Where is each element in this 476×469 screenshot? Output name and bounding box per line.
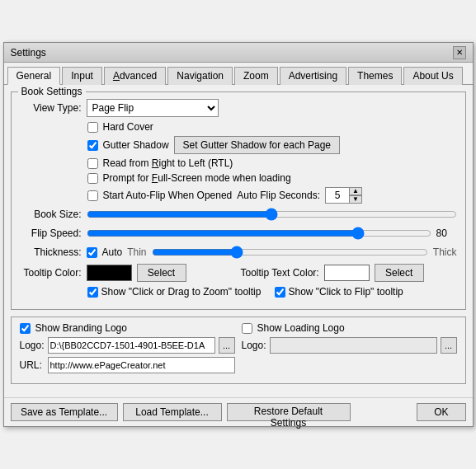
- zoom-tooltip-label: Show "Click or Drag to Zoom" tooltip: [101, 286, 262, 298]
- flip-speed-value: 80: [436, 227, 457, 239]
- tab-bar: General Input Advanced Navigation Zoom A…: [4, 63, 473, 85]
- book-size-slider[interactable]: [87, 207, 457, 222]
- show-branding-row: Show Branding Logo: [20, 322, 235, 334]
- restore-defaults-button[interactable]: Restore Default Settings: [227, 403, 351, 421]
- color-row: Tooltip Color: Select Tooltip Text Color…: [20, 264, 457, 282]
- thickness-row: Thickness: Auto Thin Thick: [20, 245, 457, 260]
- show-branding-label: Show Branding Logo: [35, 322, 127, 334]
- flip-speed-slider[interactable]: [87, 226, 431, 241]
- spinbox-down-button[interactable]: ▼: [349, 195, 362, 204]
- auto-flip-spinbox: ▲ ▼: [325, 187, 362, 204]
- ok-button[interactable]: OK: [417, 403, 465, 421]
- flip-tooltip-label: Show "Click to Flip" tooltip: [289, 286, 403, 298]
- tab-about-us[interactable]: About Us: [403, 67, 462, 85]
- zoom-tooltip-checkbox[interactable]: [87, 287, 98, 298]
- spinbox-buttons: ▲ ▼: [349, 187, 362, 204]
- show-loading-checkbox[interactable]: [242, 323, 252, 334]
- tooltip-text-color-select-button[interactable]: Select: [375, 264, 424, 282]
- thickness-slider[interactable]: [152, 245, 428, 260]
- url-label: URL:: [20, 359, 45, 371]
- view-type-select[interactable]: Page Flip Single Page Slide: [87, 99, 219, 117]
- hard-cover-checkbox[interactable]: [87, 122, 98, 133]
- auto-flip-label: Start Auto-Flip When Opened: [103, 190, 233, 201]
- gutter-shadow-checkbox[interactable]: [87, 140, 98, 151]
- gutter-shadow-row: Gutter Shadow Set Gutter Shadow for each…: [20, 136, 457, 154]
- auto-flip-seconds-label: Auto Flip Seconds:: [237, 190, 320, 201]
- logo-browse-button[interactable]: ...: [219, 337, 235, 354]
- flip-tooltip-group: Show "Click to Flip" tooltip: [275, 286, 457, 298]
- show-branding-checkbox[interactable]: [20, 323, 31, 334]
- tab-input[interactable]: Input: [62, 67, 102, 85]
- read-rtl-checkbox[interactable]: [87, 158, 98, 169]
- group-box-title: Book Settings: [18, 86, 86, 97]
- flip-tooltip-checkbox[interactable]: [275, 287, 285, 298]
- bottom-bar: Save as Template... Load Template... Res…: [4, 397, 473, 426]
- prompt-fullscreen-checkbox[interactable]: [87, 173, 98, 184]
- hard-cover-row: Hard Cover: [20, 121, 457, 133]
- view-type-label: View Type:: [20, 102, 82, 114]
- content-area: Book Settings View Type: Page Flip Singl…: [4, 85, 473, 397]
- tooltip-color-label: Tooltip Color:: [20, 267, 82, 279]
- hard-cover-label: Hard Cover: [103, 121, 153, 133]
- tooltip-color-select-button[interactable]: Select: [137, 264, 186, 282]
- read-rtl-label: Read from Right to Left (RTL): [103, 157, 233, 169]
- tooltip-text-color-group: Tooltip Text Color: Select: [241, 264, 457, 282]
- show-loading-row: Show Loading Logo: [242, 322, 457, 334]
- branding-left: Show Branding Logo Logo: ... URL:: [20, 322, 235, 377]
- thickness-auto-label: Auto: [102, 246, 123, 258]
- prompt-fullscreen-row: Prompt for Full-Screen mode when loading: [20, 172, 457, 184]
- spinbox-up-button[interactable]: ▲: [349, 187, 362, 195]
- tab-advertising[interactable]: Advertising: [280, 67, 346, 85]
- logo2-field-row: Logo: ...: [242, 337, 457, 354]
- url-field-row: URL:: [20, 357, 235, 373]
- tab-zoom[interactable]: Zoom: [234, 67, 278, 85]
- tooltip-color-group: Tooltip Color: Select: [20, 264, 236, 282]
- auto-flip-value-input[interactable]: [325, 187, 350, 204]
- tooltip-checkboxes-row: Show "Click or Drag to Zoom" tooltip Sho…: [20, 286, 457, 298]
- save-template-button[interactable]: Save as Template...: [11, 403, 118, 421]
- gutter-shadow-label: Gutter Shadow: [103, 139, 169, 151]
- settings-window: Settings ✕ General Input Advanced Naviga…: [3, 42, 474, 427]
- tooltip-text-color-label: Tooltip Text Color:: [241, 267, 319, 279]
- thickness-label: Thickness:: [20, 246, 82, 258]
- branding-group: Show Branding Logo Logo: ... URL: Show L…: [11, 317, 466, 384]
- tab-navigation[interactable]: Navigation: [167, 67, 233, 85]
- tab-themes[interactable]: Themes: [348, 67, 402, 85]
- thin-label: Thin: [127, 246, 146, 258]
- flip-speed-label: Flip Speed:: [20, 227, 82, 239]
- branding-right: Show Loading Logo Logo: ...: [242, 322, 457, 377]
- view-type-row: View Type: Page Flip Single Page Slide: [20, 99, 457, 117]
- tab-general[interactable]: General: [7, 67, 61, 85]
- prompt-fullscreen-label: Prompt for Full-Screen mode when loading: [103, 172, 291, 184]
- tab-advanced[interactable]: Advanced: [104, 67, 166, 85]
- auto-flip-checkbox[interactable]: [87, 190, 98, 201]
- title-bar: Settings ✕: [4, 43, 473, 63]
- thickness-auto-checkbox[interactable]: [87, 247, 97, 258]
- tooltip-color-swatch: [87, 265, 132, 281]
- read-rtl-row: Read from Right to Left (RTL): [20, 157, 457, 169]
- window-title: Settings: [11, 47, 46, 59]
- close-button[interactable]: ✕: [453, 46, 466, 59]
- auto-flip-row: Start Auto-Flip When Opened Auto Flip Se…: [20, 187, 457, 204]
- logo2-label: Logo:: [242, 340, 266, 351]
- logo-field-row: Logo: ...: [20, 337, 235, 354]
- logo-label: Logo:: [20, 340, 45, 351]
- book-size-row: Book Size:: [20, 207, 457, 222]
- show-loading-label: Show Loading Logo: [257, 322, 345, 334]
- logo-input[interactable]: [48, 337, 215, 354]
- logo2-browse-button[interactable]: ...: [441, 337, 457, 354]
- logo2-input[interactable]: [270, 337, 437, 354]
- set-gutter-shadow-button[interactable]: Set Gutter Shadow for each Page: [174, 136, 340, 154]
- zoom-tooltip-group: Show "Click or Drag to Zoom" tooltip: [20, 286, 270, 298]
- url-input[interactable]: [48, 357, 235, 373]
- thick-label: Thick: [433, 246, 457, 258]
- load-template-button[interactable]: Load Template...: [123, 403, 222, 421]
- book-settings-group: Book Settings View Type: Page Flip Singl…: [11, 91, 466, 310]
- flip-speed-row: Flip Speed: 80: [20, 226, 457, 241]
- tooltip-text-color-swatch: [324, 265, 370, 281]
- book-size-label: Book Size:: [20, 209, 82, 220]
